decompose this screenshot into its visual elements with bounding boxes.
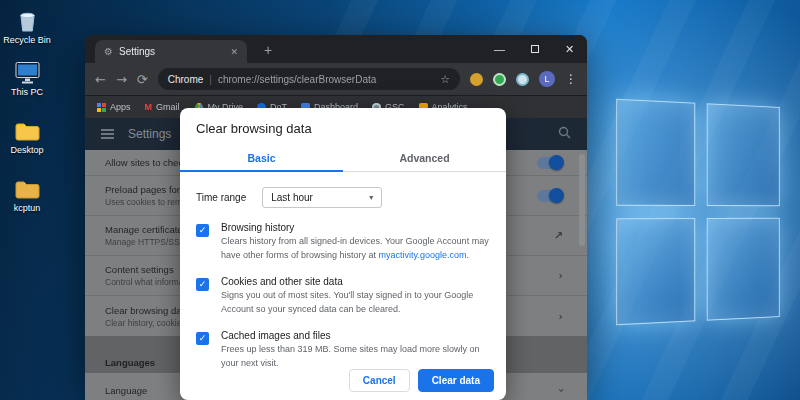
dialog-footer: Cancel Clear data	[349, 369, 494, 392]
option-description: Clears history from all signed-in device…	[221, 235, 490, 262]
desktop-icon-label: Recycle Bin	[0, 35, 54, 45]
option-browsing-history: ✓ Browsing history Clears history from a…	[196, 222, 490, 262]
new-tab-button[interactable]: +	[257, 40, 279, 60]
maximize-icon	[531, 45, 539, 53]
address-url: chrome://settings/clearBrowserData	[218, 74, 434, 85]
chrome-window: ⚙ Settings ✕ + — ✕ ← → ⟳ Chrome | chrome…	[85, 35, 587, 400]
windows-logo-pane	[707, 218, 780, 321]
tab-title: Settings	[119, 46, 155, 57]
folder-icon	[0, 174, 54, 200]
back-icon[interactable]: ←	[95, 73, 106, 86]
tab-close-icon[interactable]: ✕	[230, 47, 238, 57]
windows-logo-pane	[616, 99, 695, 206]
extension-icon[interactable]	[493, 73, 506, 86]
checkbox-checked[interactable]: ✓	[196, 278, 209, 291]
extension-icon[interactable]	[470, 73, 483, 86]
profile-avatar[interactable]: L	[539, 71, 555, 87]
bookmark-gmail[interactable]: M Gmail	[145, 102, 180, 112]
time-range-row: Time range Last hour ▾	[196, 187, 490, 208]
clear-data-button[interactable]: Clear data	[418, 369, 494, 392]
myactivity-link[interactable]: myactivity.google.com	[379, 250, 467, 260]
bookmark-apps[interactable]: Apps	[97, 102, 131, 112]
time-range-value: Last hour	[271, 192, 313, 203]
bookmark-label: Gmail	[156, 102, 180, 112]
desktop-icon-recycle-bin[interactable]: Recycle Bin	[0, 6, 54, 45]
option-description: Frees up less than 319 MB. Some sites ma…	[221, 343, 490, 370]
option-cached-images: ✓ Cached images and files Frees up less …	[196, 330, 490, 370]
desktop-icon-label: This PC	[0, 87, 54, 97]
option-description: Signs you out of most sites. You'll stay…	[221, 289, 490, 316]
description-suffix: .	[466, 250, 469, 260]
desktop-icon-label: kcptun	[0, 203, 54, 213]
recycle-bin-icon	[0, 6, 54, 32]
address-bar[interactable]: Chrome | chrome://settings/clearBrowserD…	[158, 68, 460, 90]
folder-icon	[0, 116, 54, 142]
desktop-icon-kcptun[interactable]: kcptun	[0, 174, 54, 213]
windows-logo	[616, 99, 780, 326]
time-range-label: Time range	[196, 192, 246, 203]
chrome-menu-icon[interactable]: ⋮	[565, 72, 577, 86]
tab-basic[interactable]: Basic	[180, 145, 343, 172]
apps-grid-icon	[97, 103, 106, 112]
dropdown-caret-icon: ▾	[369, 193, 373, 202]
bookmark-label: Apps	[110, 102, 131, 112]
this-pc-icon	[0, 58, 54, 84]
desktop-icon-desktop-folder[interactable]: Desktop	[0, 116, 54, 155]
settings-gear-favicon: ⚙	[104, 46, 113, 57]
time-range-select[interactable]: Last hour ▾	[262, 187, 382, 208]
option-title: Cookies and other site data	[221, 276, 490, 287]
tab-advanced[interactable]: Advanced	[343, 145, 506, 171]
option-title: Browsing history	[221, 222, 490, 233]
dialog-body: Time range Last hour ▾ ✓ Browsing histor…	[180, 172, 506, 370]
bookmark-star-icon[interactable]: ☆	[440, 73, 450, 86]
desktop-icon-label: Desktop	[0, 145, 54, 155]
dialog-title: Clear browsing data	[180, 108, 506, 145]
extension-icon[interactable]	[516, 73, 529, 86]
window-controls: — ✕	[482, 35, 587, 63]
clear-browsing-data-dialog: Clear browsing data Basic Advanced Time …	[180, 108, 506, 400]
address-separator: |	[209, 74, 212, 85]
minimize-button[interactable]: —	[482, 35, 517, 63]
title-bar: ⚙ Settings ✕ + — ✕	[85, 35, 587, 63]
address-prefix: Chrome	[168, 74, 204, 85]
reload-icon[interactable]: ⟳	[137, 73, 148, 86]
windows-logo-pane	[616, 218, 695, 325]
windows-logo-pane	[707, 103, 780, 206]
checkbox-checked[interactable]: ✓	[196, 224, 209, 237]
browser-tab-settings[interactable]: ⚙ Settings ✕	[95, 40, 247, 63]
browser-toolbar: ← → ⟳ Chrome | chrome://settings/clearBr…	[85, 63, 587, 95]
maximize-button[interactable]	[517, 35, 552, 63]
cancel-button[interactable]: Cancel	[349, 369, 410, 392]
forward-icon[interactable]: →	[116, 73, 127, 86]
dialog-tabs: Basic Advanced	[180, 145, 506, 172]
gmail-icon: M	[145, 102, 153, 112]
checkbox-checked[interactable]: ✓	[196, 332, 209, 345]
option-title: Cached images and files	[221, 330, 490, 341]
desktop-icon-this-pc[interactable]: This PC	[0, 58, 54, 97]
option-cookies: ✓ Cookies and other site data Signs you …	[196, 276, 490, 316]
close-button[interactable]: ✕	[552, 35, 587, 63]
